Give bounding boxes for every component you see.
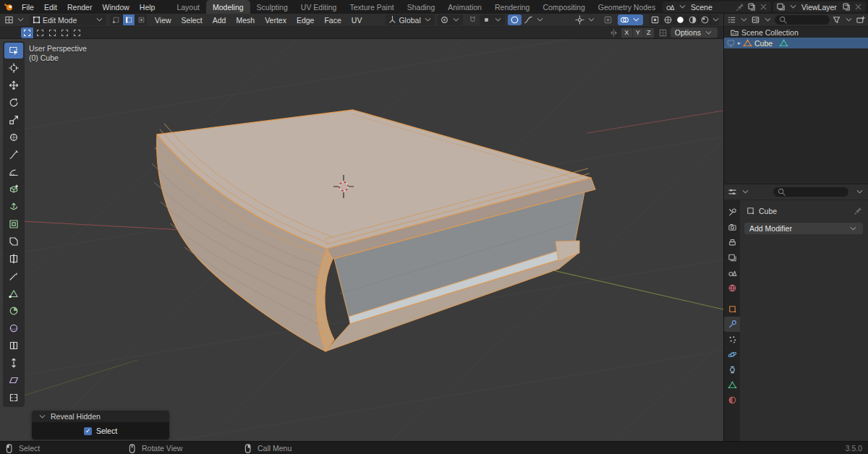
- show-gizmos-button[interactable]: [573, 14, 598, 25]
- topbar-menu-edit[interactable]: Edit: [39, 0, 62, 14]
- workspace-tab-compositing[interactable]: Compositing: [536, 0, 591, 14]
- tool-spin-button[interactable]: [4, 303, 23, 319]
- outliner-row-cube[interactable]: ▸ Cube: [724, 38, 868, 48]
- pivot-point-button[interactable]: [438, 14, 463, 25]
- new-copy-icon[interactable]: [747, 2, 757, 12]
- viewport-menu-mesh[interactable]: Mesh: [231, 16, 260, 25]
- viewport-menu-face[interactable]: Face: [319, 16, 346, 25]
- mirror-z-button[interactable]: Z: [643, 28, 654, 38]
- operator-panel-header[interactable]: Reveal Hidden: [32, 411, 169, 422]
- chevron-down-icon[interactable]: [855, 187, 864, 197]
- tool-smooth-button[interactable]: [4, 320, 23, 336]
- select-subtract-button[interactable]: [46, 27, 58, 38]
- topbar-menu-help[interactable]: Help: [135, 0, 161, 14]
- topbar-menu-window[interactable]: Window: [97, 0, 134, 14]
- properties-tab-constraints[interactable]: [724, 362, 740, 377]
- properties-tab-particles[interactable]: [724, 332, 740, 347]
- workspace-tab-layout[interactable]: Layout: [170, 0, 206, 14]
- tool-knife-button[interactable]: [4, 268, 23, 284]
- properties-editor-icon[interactable]: [728, 187, 737, 197]
- proportional-falloff-button[interactable]: [522, 14, 547, 25]
- viewport-menu-view[interactable]: View: [150, 16, 176, 25]
- viewport-menu-edge[interactable]: Edge: [292, 16, 320, 25]
- properties-search-input[interactable]: [773, 187, 848, 197]
- properties-tab-world[interactable]: [724, 280, 740, 296]
- mirror-x-button[interactable]: X: [621, 28, 632, 38]
- tool-extrude-region-button[interactable]: [4, 199, 23, 215]
- tool-cursor-button[interactable]: [4, 60, 23, 76]
- viewport-menu-add[interactable]: Add: [208, 16, 231, 25]
- workspace-tab-sculpting[interactable]: Sculpting: [250, 0, 294, 14]
- workspace-tab-shading[interactable]: Shading: [401, 0, 442, 14]
- show-overlays-button[interactable]: [618, 14, 643, 25]
- snap-target-button[interactable]: [480, 14, 505, 25]
- workspace-tab-animation[interactable]: Animation: [441, 0, 488, 14]
- properties-tab-tool[interactable]: [724, 205, 740, 220]
- workspace-tab-modeling[interactable]: Modeling: [206, 0, 250, 14]
- shading-solid-button[interactable]: [673, 14, 686, 25]
- workspace-tab-uv-editing[interactable]: UV Editing: [294, 0, 344, 14]
- face-select-mode-button[interactable]: [135, 14, 147, 25]
- new-collection-icon[interactable]: [856, 15, 865, 25]
- tool-add-cube-button[interactable]: [4, 181, 23, 197]
- tool-bevel-button[interactable]: [4, 234, 23, 249]
- add-modifier-button[interactable]: Add Modifier: [744, 223, 863, 234]
- viewport-menu-vertex[interactable]: Vertex: [260, 16, 292, 25]
- tool-loop-cut-button[interactable]: [4, 251, 23, 267]
- workspace-tab-texture-paint[interactable]: Texture Paint: [343, 0, 400, 14]
- new-copy-icon[interactable]: [842, 2, 851, 12]
- workspace-tab-rendering[interactable]: Rendering: [488, 0, 536, 14]
- tool-measure-button[interactable]: [4, 164, 23, 180]
- tool-rip-region-button[interactable]: [4, 390, 23, 406]
- tool-shrink-fatten-button[interactable]: [4, 355, 23, 371]
- toggle-xray-button[interactable]: [649, 14, 661, 25]
- properties-tab-view-layer[interactable]: [724, 250, 740, 265]
- tool-inset-faces-button[interactable]: [4, 216, 23, 232]
- scene-selector[interactable]: Scene: [663, 1, 771, 12]
- tool-poly-build-button[interactable]: [4, 286, 23, 301]
- filter-objects-icon[interactable]: [751, 15, 760, 25]
- transform-orientation-selector[interactable]: Global: [386, 14, 434, 25]
- book-mesh[interactable]: [152, 110, 595, 351]
- tool-edge-slide-button[interactable]: [4, 338, 23, 354]
- viewport-canvas[interactable]: User Perspective (0) Cube Reveal Hidden …: [0, 39, 723, 441]
- editor-type-button[interactable]: [2, 14, 27, 25]
- tool-rotate-button[interactable]: [4, 95, 23, 111]
- workspace-tab-geometry-nodes[interactable]: Geometry Nodes: [592, 0, 662, 14]
- vertex-select-mode-button[interactable]: [110, 14, 122, 25]
- properties-tab-object-data[interactable]: [724, 377, 740, 393]
- properties-tab-modifiers[interactable]: [724, 317, 740, 332]
- outliner-row-scene-collection[interactable]: Scene Collection: [724, 27, 868, 38]
- shading-wireframe-button[interactable]: [661, 14, 673, 25]
- tool-annotate-button[interactable]: [4, 147, 23, 163]
- tool-shear-button[interactable]: [4, 372, 23, 388]
- display-mode-icon[interactable]: [727, 15, 736, 25]
- filter-icon[interactable]: [832, 15, 841, 25]
- pin-icon[interactable]: [736, 2, 745, 12]
- mirror-y-button[interactable]: Y: [632, 28, 643, 38]
- mode-selector[interactable]: Edit Mode: [30, 14, 106, 25]
- select-extend-button[interactable]: [33, 27, 46, 38]
- expand-arrow-icon[interactable]: ▸: [738, 40, 741, 46]
- properties-tab-material[interactable]: [724, 393, 740, 408]
- proportional-editing-button[interactable]: [508, 14, 522, 25]
- pin-icon[interactable]: [854, 206, 863, 215]
- select-checkbox[interactable]: ✓: [84, 427, 92, 435]
- select-intersect-button[interactable]: [70, 27, 82, 38]
- tool-move-button[interactable]: [4, 77, 23, 93]
- snap-toggle-button[interactable]: [466, 14, 480, 25]
- shading-rendered-button[interactable]: [698, 14, 710, 25]
- select-invert-button[interactable]: [58, 27, 70, 38]
- topbar-menu-render[interactable]: Render: [62, 0, 97, 14]
- properties-tab-render[interactable]: [724, 220, 740, 235]
- shading-material-button[interactable]: [686, 14, 698, 25]
- outliner-search-input[interactable]: [775, 15, 830, 25]
- view-layer-selector[interactable]: ViewLayer: [773, 1, 866, 12]
- tool-select-box-button[interactable]: [4, 43, 23, 59]
- properties-tab-scene[interactable]: [724, 265, 740, 280]
- properties-tab-physics[interactable]: [724, 347, 740, 362]
- properties-tab-object[interactable]: [724, 301, 740, 317]
- properties-tab-output[interactable]: [724, 235, 740, 250]
- select-set-button[interactable]: [21, 27, 33, 38]
- blender-logo-icon[interactable]: [4, 2, 14, 12]
